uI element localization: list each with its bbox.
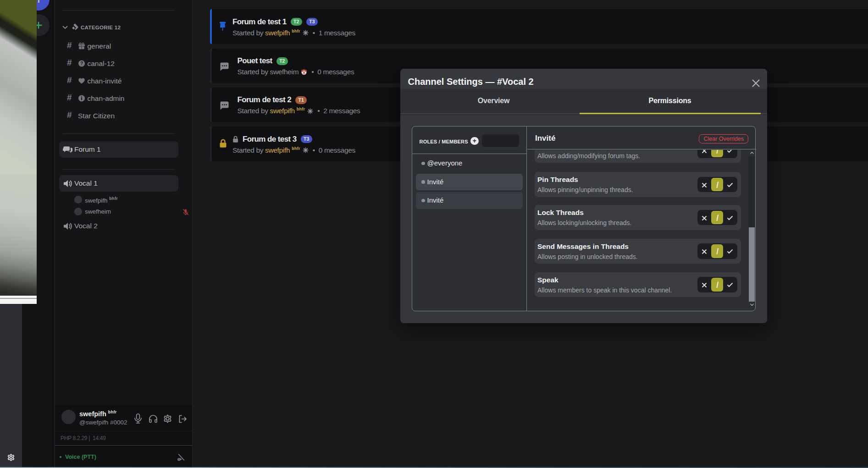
svg-text:?: ? xyxy=(80,61,83,66)
